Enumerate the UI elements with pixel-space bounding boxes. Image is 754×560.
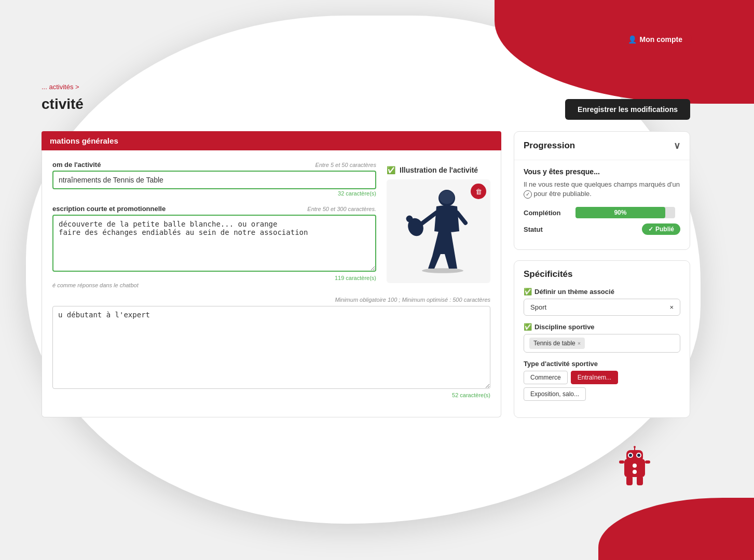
activity-name-row: om de l'activité Entre 5 et 50 caractère… [52, 161, 376, 197]
progression-card: Progression ∨ Vous y êtes presque... Il … [514, 131, 690, 250]
short-desc-textarea[interactable]: découverte de la petite balle blanche...… [52, 215, 376, 272]
short-desc-row: escription courte et promotionnelle Entr… [52, 205, 376, 288]
svg-point-15 [633, 464, 637, 468]
illustration-box: 🗑 [387, 179, 490, 283]
theme-value: Sport [530, 303, 546, 311]
progress-bar-fill: 90% [575, 207, 665, 218]
short-desc-limit: Entre 50 et 300 caractères. [307, 206, 376, 212]
chevron-down-icon[interactable]: ∨ [674, 140, 680, 151]
completion-label: Complétion [524, 209, 570, 217]
chatbot-note: é comme réponse dans le chatbot [52, 282, 376, 288]
activity-name-input[interactable] [52, 171, 376, 189]
statut-value: Publié [655, 226, 674, 233]
svg-line-2 [420, 213, 436, 225]
illustration-label: Illustration de l'activité [400, 166, 478, 174]
robot-mascot [619, 446, 650, 487]
svg-point-14 [634, 446, 636, 448]
clear-icon[interactable]: × [669, 303, 674, 311]
expo-button[interactable]: Exposition, salo... [524, 387, 586, 401]
short-desc-charcount: 119 caractère(s) [52, 275, 376, 281]
completion-row: Complétion 90% [524, 207, 680, 218]
illustration-check-icon: ✅ [387, 166, 395, 174]
delete-illustration-button[interactable]: 🗑 [471, 184, 486, 199]
svg-point-12 [637, 454, 640, 457]
activity-type-commerce[interactable]: Commerce [524, 371, 568, 384]
mon-compte-button[interactable]: 👤 Mon compte [619, 31, 692, 48]
activity-type-grid: Commerce Entraînem... [524, 371, 680, 384]
svg-rect-20 [637, 476, 643, 485]
left-column: mations générales om de l'activité Entre… [42, 131, 501, 428]
activity-name-limit: Entre 5 et 50 caractères [316, 162, 376, 168]
discipline-check-icon: ✅ [524, 323, 532, 331]
statut-badge: ✓ Publié [642, 223, 680, 235]
check-icon: ✓ [648, 226, 653, 233]
svg-rect-18 [645, 460, 650, 464]
svg-rect-17 [619, 460, 624, 464]
svg-point-1 [440, 191, 455, 204]
svg-point-16 [633, 470, 637, 474]
page-title: ctivité [42, 96, 84, 113]
long-desc-row: Minimum obligatoire 100 ; Minimum optimi… [52, 297, 490, 398]
discipline-tag: Tennis de table × [529, 338, 585, 349]
discipline-field: ✅ Discipline sportive Tennis de table × [524, 323, 680, 353]
illustration-area: ✅ Illustration de l'activité 🗑 [387, 166, 490, 297]
discipline-tag-text: Tennis de table [533, 340, 575, 347]
activity-name-charcount: 32 caractère(s) [52, 190, 376, 197]
almost-there-text: Vous y êtes presque... [524, 160, 680, 176]
breadcrumb: ... activités > [42, 83, 690, 91]
right-column: Progression ∨ Vous y êtes presque... Il … [514, 131, 690, 428]
statut-row: Statut ✓ Publié [524, 223, 680, 235]
short-desc-label: escription courte et promotionnelle [52, 205, 166, 213]
theme-check-icon: ✅ [524, 288, 532, 296]
discipline-label: Discipline sportive [534, 323, 595, 331]
user-icon: 👤 [628, 35, 637, 44]
form-section: om de l'activité Entre 5 et 50 caractère… [42, 150, 501, 417]
theme-select[interactable]: Sport × [524, 299, 680, 316]
mon-compte-label: Mon compte [640, 35, 682, 44]
long-desc-note: Minimum obligatoire 100 ; Minimum optimi… [52, 297, 490, 303]
almost-desc: Il ne vous reste que quelques champs mar… [524, 180, 680, 199]
activity-type-field: Type d'activité sportive Commerce Entraî… [524, 360, 680, 401]
svg-rect-7 [624, 459, 645, 477]
svg-point-6 [422, 268, 463, 273]
save-button[interactable]: Enregistrer les modifications [565, 99, 690, 120]
svg-rect-19 [626, 476, 633, 485]
theme-field: ✅ Définir un thème associé Sport × [524, 288, 680, 316]
activity-name-label: om de l'activité [52, 161, 101, 169]
activity-type-entrainement[interactable]: Entraînem... [571, 371, 618, 384]
completion-progress-bar: 90% [575, 207, 675, 218]
player-illustration [397, 185, 480, 278]
statut-label: Statut [524, 226, 543, 233]
svg-point-5 [406, 216, 413, 222]
check-circle-icon: ✓ [524, 190, 532, 199]
section-header: mations générales [42, 131, 501, 150]
expo-row: Exposition, salo... [524, 387, 680, 401]
progression-title: Progression [524, 141, 575, 151]
svg-point-11 [629, 454, 632, 457]
specificites-card: Spécificités ✅ Définir un thème associé … [514, 260, 690, 418]
long-desc-textarea[interactable]: u débutant à l'expert [52, 306, 490, 389]
specificites-title: Spécificités [524, 269, 573, 279]
theme-label: Définir un thème associé [534, 288, 614, 296]
long-desc-charcount: 52 caractère(s) [52, 392, 490, 398]
red-arc-bottom [598, 498, 754, 560]
remove-discipline-icon[interactable]: × [578, 340, 581, 346]
discipline-tag-container[interactable]: Tennis de table × [524, 334, 680, 353]
activity-type-label: Type d'activité sportive [524, 360, 598, 368]
